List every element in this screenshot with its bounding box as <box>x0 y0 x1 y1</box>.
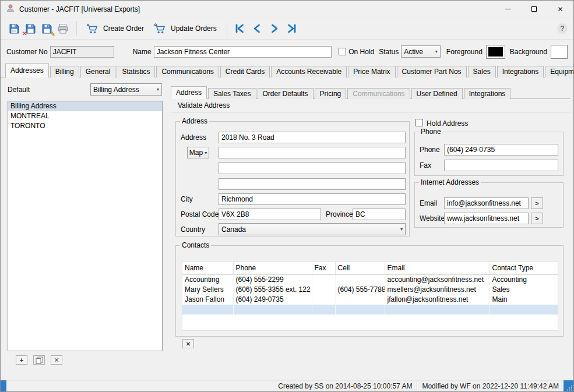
address-line4-input[interactable] <box>219 178 406 190</box>
contact-cell <box>182 305 233 315</box>
delete-contact-button[interactable]: ✕ <box>182 339 194 348</box>
contact-cell <box>385 305 490 315</box>
tab-sales[interactable]: Sales <box>468 66 496 77</box>
foreground-color <box>488 47 503 56</box>
tab-statistics[interactable]: Statistics <box>117 66 155 77</box>
address-groupbox: Address Address Map ▾ City Postal Code P… <box>175 121 410 236</box>
subtab-integrations[interactable]: Integrations <box>464 88 511 99</box>
print-icon <box>57 23 69 34</box>
save-button[interactable] <box>6 21 22 36</box>
column-header-phone[interactable]: Phone <box>233 262 312 274</box>
address-list-item[interactable]: TORONTO <box>8 121 162 131</box>
tab-addresses[interactable]: Addresses <box>5 63 49 77</box>
address-subtabs: Address Sales Taxes Order Defaults Prici… <box>171 86 571 99</box>
address-line2-input[interactable] <box>219 147 406 158</box>
nav-last-button[interactable] <box>284 21 300 36</box>
email-go-button[interactable]: > <box>531 197 543 209</box>
province-input[interactable] <box>353 209 406 220</box>
country-combo[interactable]: Canada ▾ <box>219 223 406 235</box>
contact-cell: Sales <box>490 285 558 295</box>
red-x-icon: ✕ <box>22 31 27 37</box>
contact-cell <box>490 305 558 315</box>
minimize-button[interactable] <box>495 1 521 17</box>
map-button[interactable]: Map ▾ <box>187 147 209 158</box>
tab-customer-part-nos[interactable]: Customer Part Nos <box>397 66 467 77</box>
update-orders-button[interactable]: Update Orders <box>149 20 220 37</box>
contact-cell: msellers@jacksonfitness.net <box>385 285 490 295</box>
column-header-fax[interactable]: Fax <box>312 262 335 274</box>
city-input[interactable] <box>219 193 406 205</box>
save-delete-button[interactable]: ✕ <box>23 21 38 36</box>
contact-row[interactable]: Accounting (604) 555-2299 accounting@jac… <box>182 274 558 285</box>
close-button[interactable]: ✕ <box>547 1 573 17</box>
subtab-pricing[interactable]: Pricing <box>315 88 347 99</box>
tab-billing[interactable]: Billing <box>50 66 79 77</box>
contact-cell: (606) 555-3355 ext. 122 <box>233 285 312 295</box>
contact-row[interactable]: Jason Fallon (604) 249-0735 jfallon@jack… <box>182 295 558 305</box>
tab-credit-cards[interactable]: Credit Cards <box>220 66 270 77</box>
delete-address-button[interactable]: ✕ <box>51 355 62 365</box>
customer-name-input[interactable] <box>154 46 332 58</box>
website-go-button[interactable]: > <box>531 213 543 224</box>
validate-address-button[interactable]: Validate Address <box>178 101 230 110</box>
maximize-icon <box>531 6 537 12</box>
nav-first-button[interactable] <box>232 21 247 36</box>
resize-grip[interactable] <box>564 380 573 391</box>
window-title: Customer - JACFIT [Universal Exports] <box>19 5 140 13</box>
website-input[interactable] <box>444 213 529 224</box>
nav-prev-button[interactable] <box>249 21 265 36</box>
tab-accounts-receivable[interactable]: Accounts Receivable <box>271 66 347 77</box>
background-color-swatch[interactable] <box>551 45 568 59</box>
subtab-order-defaults[interactable]: Order Defaults <box>258 88 314 99</box>
help-icon[interactable]: ? <box>557 23 568 34</box>
address-list-item[interactable]: Billing Address <box>8 101 162 111</box>
tab-communications[interactable]: Communications <box>156 66 219 77</box>
subtab-sales-taxes[interactable]: Sales Taxes <box>208 88 256 99</box>
default-address-combo[interactable]: Billing Address ▾ <box>90 83 162 96</box>
contact-row-selected-empty[interactable] <box>182 305 558 315</box>
address-list-item[interactable]: MONTREAL <box>8 111 162 121</box>
customer-no-input[interactable] <box>50 46 114 58</box>
maximize-button[interactable] <box>521 1 547 17</box>
column-header-cell[interactable]: Cell <box>335 262 385 274</box>
nav-next-button[interactable] <box>267 21 282 36</box>
add-address-button[interactable]: + <box>16 355 27 365</box>
contact-row[interactable]: Mary Sellers (606) 555-3355 ext. 122 (60… <box>182 285 558 295</box>
minimize-icon <box>505 9 511 9</box>
foreground-color-swatch[interactable] <box>486 45 505 59</box>
address-line1-input[interactable] <box>219 132 406 143</box>
phone-groupbox: Phone Phone Fax <box>414 132 564 176</box>
tab-general[interactable]: General <box>80 66 116 77</box>
addresses-tab-panel: Default Billing Address ▾ Billing Addres… <box>1 77 573 380</box>
contact-cell: jfallon@jacksonfitness.net <box>385 295 490 305</box>
column-header-contact-type[interactable]: Contact Type <box>490 262 558 274</box>
country-label: Country <box>181 225 205 234</box>
contact-cell <box>335 295 385 305</box>
save-new-button[interactable]: ✎ <box>39 21 54 36</box>
hold-address-checkbox[interactable] <box>415 119 423 126</box>
statusbar: Created by SS on 2014-08-25 10:00:57 AM … <box>1 380 573 391</box>
map-button-label: Map <box>189 149 203 157</box>
fax-input[interactable] <box>444 160 558 171</box>
tab-equipment[interactable]: Equipment <box>545 66 574 77</box>
create-order-button[interactable]: Create Order <box>82 20 147 37</box>
phone-input[interactable] <box>444 144 558 156</box>
print-button[interactable] <box>55 21 71 36</box>
address-line3-input[interactable] <box>219 163 406 174</box>
name-label: Name <box>133 48 152 56</box>
column-header-email[interactable]: Email <box>385 262 490 274</box>
postal-code-input[interactable] <box>219 209 321 220</box>
on-hold-checkbox[interactable] <box>339 48 346 55</box>
email-input[interactable] <box>444 197 529 209</box>
update-orders-icon <box>152 21 167 36</box>
subtab-address[interactable]: Address <box>171 86 207 99</box>
copy-address-button[interactable] <box>33 355 45 365</box>
column-header-name[interactable]: Name <box>182 262 233 274</box>
customer-no-label: Customer No <box>6 48 48 56</box>
subtab-user-defined[interactable]: User Defined <box>411 88 463 99</box>
tab-integrations[interactable]: Integrations <box>497 66 544 77</box>
contacts-header-row: Name Phone Fax Cell Email Contact Type <box>182 262 558 274</box>
status-combo[interactable]: Active ▾ <box>401 45 441 58</box>
status-value: Active <box>404 48 423 56</box>
tab-price-matrix[interactable]: Price Matrix <box>348 66 395 77</box>
